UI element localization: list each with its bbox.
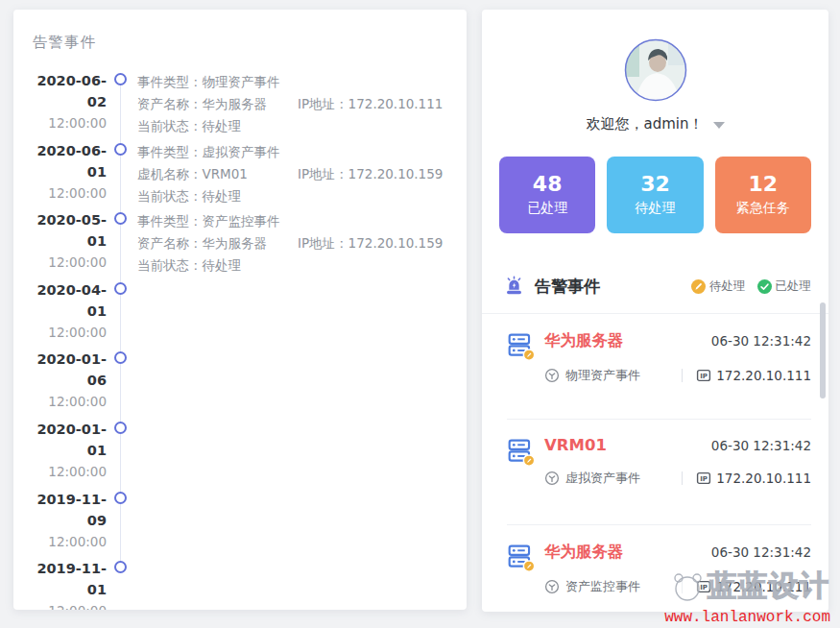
server-icon	[507, 438, 536, 524]
timeline-date-block: 2020-05-01 12:00:00	[27, 209, 107, 273]
timeline-dot	[114, 561, 127, 573]
timeline-event: 2020-04-01 12:00:00	[13, 279, 467, 350]
timeline-event: 2020-01-01 12:00:00	[13, 419, 467, 489]
stat-card-pending[interactable]: 32 待处理	[607, 157, 703, 233]
timeline-time: 12:00:00	[27, 182, 107, 204]
timeline-detail	[137, 419, 467, 420]
pencil-circle-icon	[691, 279, 706, 294]
stat-label: 待处理	[635, 197, 675, 218]
legend-done: 已处理	[757, 278, 812, 295]
divider	[682, 471, 683, 485]
user-menu[interactable]: 欢迎您，admin！	[482, 115, 828, 133]
legend-done-label: 已处理	[776, 278, 812, 295]
timeline-date: 2020-06-02	[27, 70, 107, 112]
stat-card-processed[interactable]: 48 已处理	[499, 157, 595, 233]
legend-pending-label: 待处理	[709, 278, 746, 295]
timeline-dot	[114, 143, 127, 156]
timeline-time: 12:00:00	[27, 322, 107, 343]
alert-item[interactable]: VRM01 06-30 12:31:42 虚拟资产事件	[507, 420, 811, 525]
stat-card-urgent[interactable]: 12 紧急任务	[715, 157, 811, 233]
timeline-event: 2020-05-01 12:00:00 事件类型：资产监控事件 资产名称：华为服…	[13, 209, 467, 279]
ip-line: IP地址：172.20.10.159	[298, 235, 443, 251]
siren-icon	[503, 276, 525, 298]
ip-badge-icon: IP	[696, 579, 711, 594]
timeline-date: 2020-01-06	[27, 349, 107, 391]
timeline-event: 2020-01-06 12:00:00	[13, 349, 467, 419]
timeline-date: 2020-04-01	[27, 279, 107, 322]
svg-text:IP: IP	[700, 584, 708, 592]
alert-ip: 172.20.10.111	[716, 368, 811, 383]
alert-timestamp: 06-30 12:31:42	[711, 333, 811, 349]
timeline-date-block: 2020-01-01 12:00:00	[27, 419, 107, 482]
timeline-detail: 事件类型：物理资产事件 资产名称：华为服务器IP地址：172.20.10.111…	[137, 70, 467, 137]
timeline-detail: 事件类型：资产监控事件 资产名称：华为服务器IP地址：172.20.10.159…	[137, 209, 467, 277]
status-line: 当前状态：待处理	[137, 115, 467, 137]
timeline-time: 12:00:00	[27, 252, 107, 273]
welcome-text: 欢迎您，admin！	[587, 115, 704, 133]
timeline-time: 12:00:00	[27, 531, 107, 552]
svg-text:IP: IP	[700, 475, 708, 483]
legend-pending: 待处理	[691, 278, 746, 295]
timeline-date-block: 2019-11-09 12:00:00	[27, 489, 107, 552]
timeline-detail	[137, 349, 467, 350]
timeline-time: 12:00:00	[27, 112, 107, 133]
timeline-date-block: 2020-06-02 12:00:00	[27, 70, 107, 133]
timeline-dot	[114, 422, 127, 434]
ip-line: IP地址：172.20.10.159	[298, 166, 443, 181]
timeline: 2020-06-02 12:00:00 事件类型：物理资产事件 资产名称：华为服…	[13, 70, 467, 610]
check-circle-icon	[757, 279, 772, 294]
timeline-date-block: 2020-04-01 12:00:00	[27, 279, 107, 343]
timeline-detail: 事件类型：虚拟资产事件 虚机名称：VRM01IP地址：172.20.10.159…	[137, 140, 467, 207]
divider	[682, 580, 683, 593]
alert-asset-name[interactable]: 华为服务器	[544, 542, 624, 563]
ip-badge-icon: IP	[696, 471, 711, 486]
timeline-date: 2020-06-01	[27, 140, 107, 182]
alerts-header: 告警事件 待处理 已处理	[503, 276, 811, 298]
timeline-event: 2019-11-09 12:00:00	[13, 489, 467, 559]
asset-name-line: 资产名称：华为服务器	[137, 93, 298, 115]
svg-text:IP: IP	[700, 373, 708, 380]
timeline-detail	[137, 489, 467, 490]
timeline-date-block: 2019-11-01 12:00:00	[27, 558, 107, 610]
alert-ip: 172.20.10.111	[716, 579, 811, 594]
alert-timeline-panel: 告警事件 2020-06-02 12:00:00 事件类型：物理资产事件 资产名…	[13, 10, 467, 610]
category-icon	[544, 471, 560, 486]
timeline-event: 2020-06-02 12:00:00 事件类型：物理资产事件 资产名称：华为服…	[13, 70, 467, 140]
timeline-date: 2019-11-09	[27, 489, 107, 531]
event-type-line: 事件类型：虚拟资产事件	[137, 141, 467, 163]
status-line: 当前状态：待处理	[137, 185, 467, 207]
stat-value: 12	[749, 172, 779, 197]
panel-title: 告警事件	[33, 33, 467, 53]
timeline-detail	[137, 279, 467, 280]
scrollbar-thumb[interactable]	[820, 302, 826, 399]
timeline-detail	[137, 558, 467, 559]
user-dashboard-panel: 欢迎您，admin！ 48 已处理 32 待处理 12 紧急任务 告警事件	[482, 10, 828, 612]
alert-timestamp: 06-30 12:31:42	[711, 438, 811, 453]
asset-name-line: 虚机名称：VRM01	[137, 163, 298, 185]
category-icon	[544, 579, 560, 594]
event-type-line: 事件类型：资产监控事件	[137, 210, 467, 232]
chevron-down-icon[interactable]	[713, 122, 725, 129]
server-icon	[507, 543, 536, 612]
timeline-time: 12:00:00	[27, 461, 107, 482]
alerts-title: 告警事件	[535, 276, 600, 298]
stats-row: 48 已处理 32 待处理 12 紧急任务	[499, 157, 811, 233]
avatar[interactable]	[624, 38, 687, 102]
alert-item[interactable]: 华为服务器 06-30 12:31:42 资产监控事件	[507, 525, 811, 612]
timeline-date: 2019-11-01	[27, 558, 107, 600]
timeline-time: 12:00:00	[27, 391, 107, 412]
stat-value: 32	[640, 172, 670, 197]
server-icon	[507, 332, 536, 419]
alert-item[interactable]: 华为服务器 06-30 12:31:42 物理资产事件	[507, 314, 811, 420]
timeline-dot	[114, 282, 127, 295]
timeline-date-block: 2020-01-06 12:00:00	[27, 349, 107, 412]
timeline-dot	[114, 492, 127, 504]
alert-list: 华为服务器 06-30 12:31:42 物理资产事件	[482, 314, 828, 612]
asset-name-line: 资产名称：华为服务器	[137, 232, 298, 254]
category-icon	[544, 368, 560, 383]
timeline-dot	[114, 212, 127, 225]
alert-asset-name[interactable]: 华为服务器	[544, 330, 624, 351]
timeline-dot	[114, 351, 127, 364]
alert-event-type: 资产监控事件	[565, 578, 640, 595]
alert-asset-name[interactable]: VRM01	[544, 436, 607, 454]
